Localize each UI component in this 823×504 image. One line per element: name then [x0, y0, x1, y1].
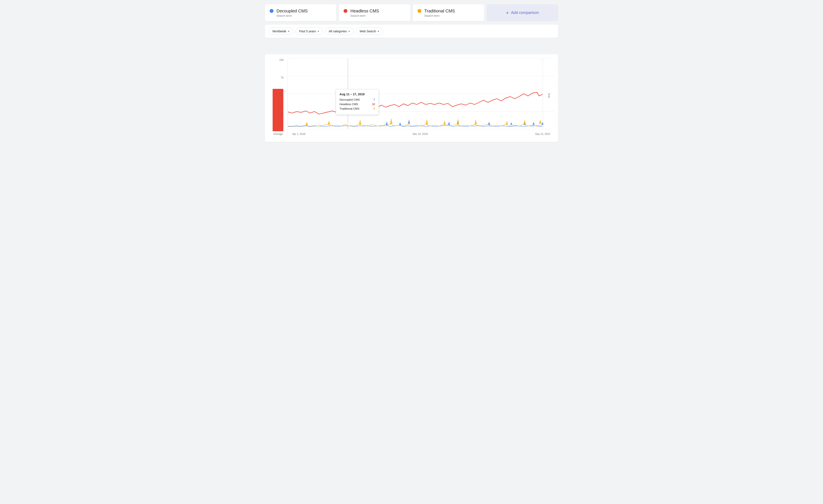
tooltip-term-headless: Headless CMS	[339, 102, 358, 106]
y-axis: 100 75 50 25	[279, 58, 284, 129]
svg-marker-22	[457, 118, 459, 124]
tooltip-row-headless: Headless CMS 32	[339, 102, 375, 106]
traditional-info: Traditional CMS Search term	[424, 8, 455, 17]
location-label: Worldwide	[273, 30, 286, 33]
traditional-name: Traditional CMS	[424, 8, 455, 14]
y-label-25: 25	[281, 111, 284, 114]
svg-marker-20	[426, 119, 428, 124]
svg-marker-11	[488, 121, 490, 125]
headless-dot	[344, 9, 347, 13]
svg-marker-12	[510, 122, 512, 125]
tooltip-date: Aug 11 – 17, 2019	[339, 92, 375, 96]
svg-marker-25	[524, 119, 526, 124]
time-filter[interactable]: Past 5 years ▼	[296, 28, 323, 35]
filters-row: Worldwide ▼ Past 5 years ▼ All categorie…	[265, 25, 558, 38]
search-term-card-headless: Headless CMS Search term	[339, 4, 410, 21]
decoupled-info: Decoupled CMS Search term	[277, 8, 308, 17]
traditional-line	[288, 124, 542, 126]
chart-container: Average 100 75 50 25	[268, 58, 555, 136]
search-terms-row: Decoupled CMS Search term Headless CMS S…	[265, 4, 558, 21]
tooltip-value-decoupled: 7	[373, 98, 375, 101]
svg-marker-21	[444, 120, 446, 124]
search-term-card-traditional: Traditional CMS Search term	[413, 4, 484, 21]
category-label: All categories	[329, 30, 347, 33]
traditional-type: Search term	[424, 14, 455, 17]
y-label-100: 100	[279, 58, 284, 61]
average-section: Average	[268, 58, 288, 136]
search-term-card-decoupled: Decoupled CMS Search term	[265, 4, 336, 21]
time-label: Past 5 years	[299, 30, 316, 33]
main-chart: 100 75 50 25 Note	[288, 58, 555, 136]
x-label-apr2018: Apr 1, 2018	[292, 133, 305, 136]
svg-marker-9	[448, 121, 450, 125]
decoupled-type: Search term	[277, 14, 308, 17]
location-filter[interactable]: Worldwide ▼	[269, 28, 293, 35]
chevron-down-icon: ▼	[317, 30, 319, 33]
x-axis: Apr 1, 2018 Dec 22, 2019 Sep 12, 2021	[288, 133, 555, 136]
chevron-down-icon: ▼	[377, 30, 379, 33]
average-label: Average	[273, 133, 283, 136]
svg-marker-7	[399, 122, 401, 125]
svg-marker-24	[506, 121, 508, 124]
chevron-down-icon: ▼	[348, 30, 350, 33]
decoupled-dot	[270, 9, 274, 13]
tooltip-row-decoupled: Decoupled CMS 7	[339, 98, 375, 101]
chart-tooltip: Aug 11 – 17, 2019 Decoupled CMS 7 Headle…	[336, 89, 379, 115]
decoupled-name: Decoupled CMS	[277, 8, 308, 14]
svg-marker-23	[475, 119, 477, 124]
tooltip-row-traditional: Traditional CMS 0	[339, 107, 375, 110]
chart-section: Average 100 75 50 25	[265, 54, 558, 142]
category-filter[interactable]: All categories ▼	[325, 28, 354, 35]
svg-marker-18	[359, 119, 361, 124]
headless-line	[288, 92, 542, 114]
headless-type: Search term	[350, 14, 379, 17]
traditional-dot	[418, 9, 422, 13]
y-label-75: 75	[281, 76, 284, 79]
svg-marker-17	[328, 120, 330, 124]
svg-marker-16	[306, 121, 308, 125]
svg-marker-14	[532, 122, 534, 125]
tooltip-value-headless: 32	[372, 102, 375, 106]
x-label-sep2021: Sep 12, 2021	[535, 133, 550, 136]
chart-svg	[288, 58, 555, 129]
headless-name: Headless CMS	[350, 8, 379, 14]
headless-info: Headless CMS Search term	[350, 8, 379, 17]
y-label-50: 50	[281, 94, 284, 97]
svg-marker-19	[390, 118, 392, 124]
x-label-dec2019: Dec 22, 2019	[413, 133, 428, 136]
tooltip-term-decoupled: Decoupled CMS	[339, 98, 360, 101]
search-type-label: Web Search	[360, 30, 376, 33]
plus-icon: +	[506, 10, 509, 16]
search-type-filter[interactable]: Web Search ▼	[356, 28, 383, 35]
add-comparison-button[interactable]: + Add comparison	[487, 4, 558, 21]
tooltip-term-traditional: Traditional CMS	[339, 107, 359, 110]
svg-marker-6	[386, 121, 388, 125]
svg-marker-8	[408, 119, 410, 124]
add-comparison-label: Add comparison	[511, 10, 539, 15]
svg-marker-15	[541, 122, 543, 125]
tooltip-value-traditional: 0	[373, 107, 375, 110]
chevron-down-icon: ▼	[288, 30, 290, 33]
chart-spacer	[265, 41, 558, 54]
svg-marker-26	[539, 119, 541, 124]
